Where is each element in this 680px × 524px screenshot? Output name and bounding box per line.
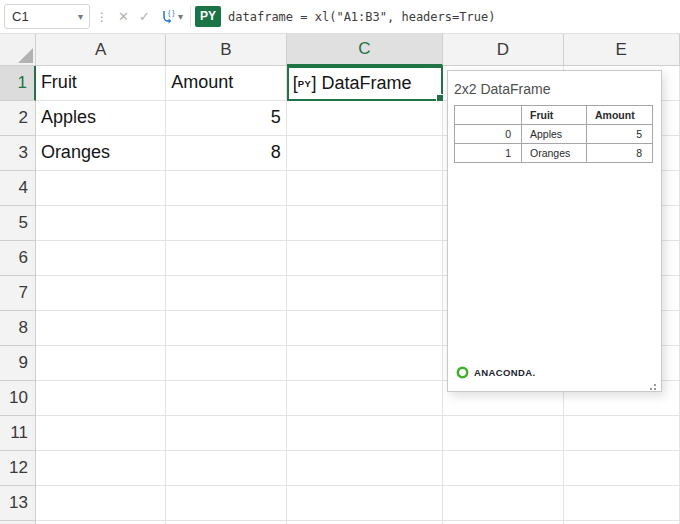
column-header-b[interactable]: B <box>166 34 286 66</box>
cell-C10[interactable] <box>287 381 443 416</box>
chevron-down-icon[interactable]: ▾ <box>78 11 89 22</box>
cell-A6[interactable] <box>36 241 166 276</box>
cell-A8[interactable] <box>36 311 166 346</box>
cell-D12[interactable] <box>443 451 563 486</box>
dataframe-fruit-header: Fruit <box>522 106 587 125</box>
cell-C4[interactable] <box>287 171 443 206</box>
column-header-e[interactable]: E <box>564 34 680 66</box>
cell-C9[interactable] <box>287 346 443 381</box>
cell-D13[interactable] <box>443 486 563 521</box>
dataframe-header-row: Fruit Amount <box>455 106 653 125</box>
cell-B9[interactable] <box>166 346 286 381</box>
cell-A7[interactable] <box>36 276 166 311</box>
resize-handle[interactable] <box>654 384 656 386</box>
select-all-triangle-icon <box>18 48 33 63</box>
cell-B4[interactable] <box>166 171 286 206</box>
spreadsheet-row: 13 <box>0 486 680 521</box>
excel-window: C1 ▾ ⋮ ✕ ✓ { } ▾ PY dataframe = xl("A1:B… <box>0 0 680 524</box>
anaconda-logo-icon <box>456 366 469 379</box>
cell-B13[interactable] <box>166 486 286 521</box>
row-header-9[interactable]: 9 <box>0 346 36 381</box>
cell-B5[interactable] <box>166 206 286 241</box>
card-title: 2x2 DataFrame <box>454 81 661 97</box>
column-header-a[interactable]: A <box>36 34 166 66</box>
cell-A13[interactable] <box>36 486 166 521</box>
cell-B6[interactable] <box>166 241 286 276</box>
row-header-8[interactable]: 8 <box>0 311 36 346</box>
cell-C11[interactable] <box>287 416 443 451</box>
row-header-6[interactable]: 6 <box>0 241 36 276</box>
cell-B2[interactable]: 5 <box>166 101 286 136</box>
cell-A1[interactable]: Fruit <box>36 66 166 101</box>
dataframe-preview-card: 2x2 DataFrame Fruit Amount 0 Apples 5 1 … <box>447 70 662 392</box>
cell-A9[interactable] <box>36 346 166 381</box>
cell-C3[interactable] <box>287 136 443 171</box>
dataframe-amount-header: Amount <box>587 106 653 125</box>
cell-C2[interactable] <box>287 101 443 136</box>
spreadsheet-row: 12 <box>0 451 680 486</box>
cell-C8[interactable] <box>287 311 443 346</box>
cell-B12[interactable] <box>166 451 286 486</box>
fruit-value: Oranges <box>522 144 587 163</box>
cell-B8[interactable] <box>166 311 286 346</box>
cell-C5[interactable] <box>287 206 443 241</box>
column-header-c[interactable]: C <box>287 34 443 66</box>
row-header-3[interactable]: 3 <box>0 136 36 171</box>
cell-A3[interactable]: Oranges <box>36 136 166 171</box>
chevron-down-icon[interactable]: ▾ <box>178 11 183 22</box>
divider <box>190 6 191 28</box>
cell-A11[interactable] <box>36 416 166 451</box>
cell-A12[interactable] <box>36 451 166 486</box>
row-header-1[interactable]: 1 <box>0 66 36 101</box>
python-language-badge: PY <box>195 6 221 28</box>
cell-E11[interactable] <box>564 416 680 451</box>
row-header-4[interactable]: 4 <box>0 171 36 206</box>
cell-B10[interactable] <box>166 381 286 416</box>
column-header-d[interactable]: D <box>443 34 563 66</box>
amount-value: 8 <box>587 144 653 163</box>
cell-A2[interactable]: Apples <box>36 101 166 136</box>
formula-bar: C1 ▾ ⋮ ✕ ✓ { } ▾ PY dataframe = xl("A1:B… <box>0 0 680 34</box>
cell-E13[interactable] <box>564 486 680 521</box>
cell-A5[interactable] <box>36 206 166 241</box>
row-index: 0 <box>455 125 522 144</box>
python-object-icon: [PY] <box>293 73 317 93</box>
fill-handle[interactable] <box>436 94 444 102</box>
name-box-value: C1 <box>5 9 78 24</box>
select-all-corner[interactable] <box>0 34 36 66</box>
cell-A10[interactable] <box>36 381 166 416</box>
cell-B1[interactable]: Amount <box>166 66 286 101</box>
cell-A4[interactable] <box>36 171 166 206</box>
row-header-5[interactable]: 5 <box>0 206 36 241</box>
drag-handle-dots-icon: ⋮ <box>96 10 108 24</box>
cell-E12[interactable] <box>564 451 680 486</box>
card-footer: ANACONDA. <box>456 366 536 379</box>
row-header-2[interactable]: 2 <box>0 101 36 136</box>
cell-B3[interactable]: 8 <box>166 136 286 171</box>
name-box[interactable]: C1 ▾ <box>4 4 90 29</box>
row-header-10[interactable]: 10 <box>0 381 36 416</box>
formula-input[interactable]: dataframe = xl("A1:B3", headers=True) <box>228 10 680 24</box>
row-header-7[interactable]: 7 <box>0 276 36 311</box>
confirm-icon[interactable]: ✓ <box>136 9 153 24</box>
dataframe-row: 0 Apples 5 <box>455 125 653 144</box>
cell-C1[interactable]: [PY]DataFrame <box>287 66 443 101</box>
cell-C12[interactable] <box>287 451 443 486</box>
cell-C6[interactable] <box>287 241 443 276</box>
cell-C7[interactable] <box>287 276 443 311</box>
anaconda-wordmark: ANACONDA. <box>474 367 536 378</box>
dataframe-index-header <box>455 106 522 125</box>
row-index: 1 <box>455 144 522 163</box>
amount-value: 5 <box>587 125 653 144</box>
row-header-11[interactable]: 11 <box>0 416 36 451</box>
cell-B7[interactable] <box>166 276 286 311</box>
dataframe-row: 1 Oranges 8 <box>455 144 653 163</box>
row-header-13[interactable]: 13 <box>0 486 36 521</box>
cell-D11[interactable] <box>443 416 563 451</box>
cancel-icon[interactable]: ✕ <box>115 9 132 24</box>
cell-C13[interactable] <box>287 486 443 521</box>
cell-B11[interactable] <box>166 416 286 451</box>
row-header-12[interactable]: 12 <box>0 451 36 486</box>
python-insert-icon[interactable]: { } ▾ <box>158 8 183 26</box>
svg-text:{ }: { } <box>168 9 175 17</box>
